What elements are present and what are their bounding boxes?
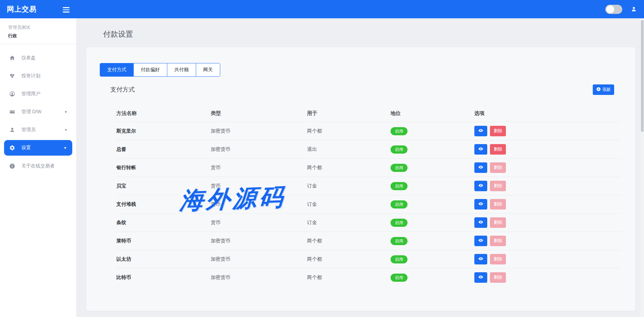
status-badge: 启用: [391, 182, 408, 190]
sidebar-item-manage-admins[interactable]: 管理员▾: [0, 121, 76, 139]
used-for-cell: 订金: [307, 219, 391, 226]
actions-cell: 删除: [474, 199, 621, 210]
method-name-cell: 斯克里尔: [116, 128, 211, 134]
status-cell: 启用: [391, 255, 474, 263]
delete-button[interactable]: 删除: [490, 162, 506, 173]
delete-button[interactable]: 删除: [490, 217, 506, 228]
status-badge: 启用: [391, 255, 408, 263]
actions-cell: 删除: [474, 126, 621, 136]
status-badge: 启用: [391, 219, 408, 227]
chevron-down-icon: ▾: [65, 110, 67, 114]
view-button[interactable]: [474, 272, 487, 283]
tab-copay[interactable]: 共付额: [167, 63, 196, 76]
table-row: 条纹货币订金启用删除: [116, 213, 621, 232]
table-row: 比特币加密货币两个都启用删除: [116, 268, 621, 286]
table-row: 支付堆栈货币订金启用删除: [116, 195, 621, 213]
view-button[interactable]: [474, 181, 487, 191]
theme-toggle[interactable]: [605, 5, 622, 14]
view-button[interactable]: [474, 217, 487, 228]
sidebar-item-label: 设置: [21, 145, 31, 151]
actions-cell: 删除: [474, 236, 621, 246]
column-header: 地位: [391, 110, 474, 117]
delete-button[interactable]: 删除: [490, 236, 506, 246]
add-new-label: 添新: [602, 87, 611, 93]
method-name-cell: 支付堆栈: [116, 201, 211, 207]
sidebar-item-about[interactable]: 关于在线交易者: [0, 157, 76, 175]
used-for-cell: 两个都: [307, 238, 391, 244]
tab-payment-preferences[interactable]: 付款偏好: [133, 63, 167, 76]
gear-icon: [9, 144, 16, 151]
view-button[interactable]: [474, 254, 487, 264]
used-for-cell: 两个都: [307, 128, 391, 134]
status-cell: 启用: [391, 127, 474, 135]
view-button[interactable]: [474, 236, 487, 246]
scrollbar[interactable]: [641, 18, 644, 317]
eye-icon: [478, 146, 484, 153]
settings-card: 支付方式付款偏好共付额网关 支付方式 添新 方法名称类型用于地位选项 斯克里尔加…: [86, 47, 635, 311]
status-cell: 启用: [391, 274, 474, 282]
sidebar-item-manage-users[interactable]: 管理用户: [0, 85, 76, 103]
tab-gateways[interactable]: 网关: [196, 63, 220, 76]
status-cell: 启用: [391, 164, 474, 172]
column-header: 方法名称: [116, 110, 211, 117]
app-brand[interactable]: 网上交易: [7, 4, 37, 14]
menu-toggle-button[interactable]: [63, 6, 70, 14]
actions-cell: 删除: [474, 254, 621, 264]
delete-button[interactable]: 删除: [490, 181, 506, 191]
method-type-cell: 加密货币: [211, 238, 307, 244]
status-badge: 启用: [391, 200, 408, 209]
eye-icon: [478, 274, 484, 281]
chevron-down-icon: ▾: [65, 127, 67, 132]
add-new-button[interactable]: 添新: [593, 84, 614, 95]
actions-cell: 删除: [474, 181, 621, 191]
used-for-cell: 两个都: [307, 164, 391, 171]
method-type-cell: 加密货币: [211, 274, 307, 281]
column-header: 用于: [307, 110, 391, 117]
column-header: 类型: [211, 110, 307, 117]
delete-button[interactable]: 删除: [490, 199, 506, 210]
payment-methods-table: 方法名称类型用于地位选项 斯克里尔加密货币两个都启用删除总督加密货币退出启用删除…: [116, 105, 621, 286]
delete-button[interactable]: 删除: [490, 144, 506, 155]
chevron-down-icon: ▾: [64, 145, 66, 150]
status-cell: 启用: [391, 182, 474, 190]
toggle-knob: [606, 5, 614, 13]
sidebar-item-settings[interactable]: 设置▾: [4, 140, 72, 156]
user-icon[interactable]: [630, 6, 637, 13]
person-icon: [9, 126, 16, 133]
top-navbar: 网上交易: [0, 0, 644, 18]
delete-button[interactable]: 删除: [490, 254, 506, 264]
view-button[interactable]: [474, 126, 487, 136]
view-button[interactable]: [474, 199, 487, 210]
delete-button[interactable]: 删除: [490, 272, 506, 283]
view-button[interactable]: [474, 144, 487, 155]
sidebar-item-label: 管理 D/W: [21, 109, 41, 115]
sidebar: 管理员测试 行政 仪表盘投资计划管理用户管理 D/W▾管理员▾设置▾关于在线交易…: [0, 18, 76, 317]
used-for-cell: 订金: [307, 183, 391, 189]
sidebar-item-label: 管理用户: [21, 91, 40, 97]
eye-icon: [478, 201, 484, 207]
used-for-cell: 两个都: [307, 256, 391, 262]
coins-icon: [9, 73, 16, 79]
status-badge: 启用: [391, 145, 408, 154]
view-button[interactable]: [474, 162, 487, 173]
table-row: 莱特币加密货币两个都启用删除: [116, 232, 621, 250]
actions-cell: 删除: [474, 272, 621, 283]
sidebar-item-label: 关于在线交易者: [21, 163, 55, 169]
sidebar-item-label: 仪表盘: [21, 55, 36, 61]
delete-button[interactable]: 删除: [490, 126, 506, 136]
eye-icon: [478, 238, 484, 244]
scrollbar-thumb[interactable]: [641, 20, 644, 132]
method-type-cell: 货币: [211, 201, 307, 207]
method-type-cell: 加密货币: [211, 146, 307, 153]
user-circle-icon: [9, 91, 16, 97]
method-name-cell: 贝宝: [116, 183, 211, 189]
sidebar-item-dashboard[interactable]: 仪表盘: [0, 49, 76, 67]
admin-name: 管理员测试: [8, 24, 76, 31]
sidebar-item-investment-plans[interactable]: 投资计划: [0, 67, 76, 85]
tab-group: 支付方式付款偏好共付额网关: [100, 63, 220, 77]
method-name-cell: 比特币: [116, 274, 211, 281]
status-cell: 启用: [391, 145, 474, 154]
tab-payment-methods[interactable]: 支付方式: [100, 63, 133, 76]
sidebar-item-manage-dw[interactable]: 管理 D/W▾: [0, 103, 76, 121]
card-icon: [9, 108, 16, 115]
